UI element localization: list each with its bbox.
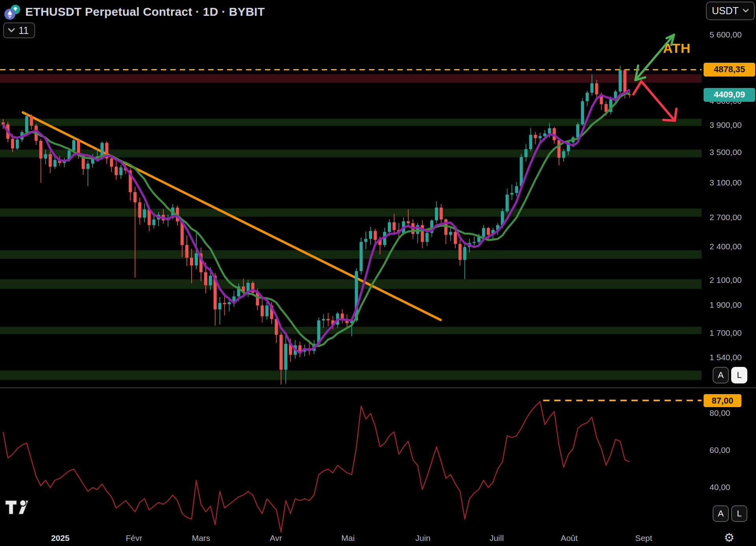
candle-body xyxy=(11,139,14,148)
candle-body xyxy=(44,154,47,159)
last-price-badge: 4409,09 xyxy=(704,88,755,102)
indicator-axis-tick: 60,00 xyxy=(709,445,730,455)
candle-body xyxy=(388,222,391,232)
price-zone-band xyxy=(0,370,702,380)
candle-body xyxy=(265,305,268,316)
candle-body xyxy=(623,70,626,94)
price-axis-tick: 3 900,00 xyxy=(709,120,742,130)
candle-body xyxy=(359,242,363,271)
time-axis-label: Avr xyxy=(270,533,282,543)
ath-annotation-label: ATH xyxy=(663,41,691,56)
candle-body xyxy=(364,239,367,242)
candle-body xyxy=(25,116,28,132)
price-axis-tick: 2 100,00 xyxy=(709,275,742,285)
price-zone-band xyxy=(0,279,702,289)
candle-body xyxy=(86,164,89,169)
candle-body xyxy=(341,314,344,319)
candle-body xyxy=(228,302,231,304)
symbol-title: ETHUSDT Perpetual Contract · 1D · BYBIT xyxy=(25,5,265,19)
price-zone-band xyxy=(0,209,702,217)
time-axis-label: Juill xyxy=(490,533,504,543)
candle-body xyxy=(618,70,622,92)
ath-price-badge: 4878,35 xyxy=(704,63,755,77)
candle-body xyxy=(581,101,584,125)
candle-body xyxy=(458,244,462,260)
indicator-pane-log-scale-button[interactable]: L xyxy=(731,505,747,522)
time-axis-label: 2025 xyxy=(51,533,70,543)
candle-body xyxy=(195,253,198,266)
time-axis-label: Mai xyxy=(341,533,355,543)
symbol-header: ETHUSDT Perpetual Contract · 1D · BYBIT xyxy=(3,3,265,21)
chevron-down-icon xyxy=(8,28,15,33)
chevron-down-icon xyxy=(743,9,749,13)
price-axis-tick: 5 600,00 xyxy=(709,30,742,39)
candle-body xyxy=(548,128,551,133)
candle-body xyxy=(534,135,537,138)
time-axis-label: Août xyxy=(560,533,577,543)
indicator-axis-tick: 80,00 xyxy=(709,408,730,418)
candle-body xyxy=(393,222,396,230)
gear-icon: ⚙ xyxy=(724,531,735,544)
candle-body xyxy=(204,272,207,285)
candle-body xyxy=(407,221,410,223)
candle-body xyxy=(284,344,287,369)
candle-body xyxy=(557,140,560,158)
main-pane-auto-scale-button[interactable]: A xyxy=(713,367,729,383)
time-axis-label: Févr xyxy=(126,533,142,543)
candle-body xyxy=(279,335,283,370)
candle-body xyxy=(209,276,212,285)
price-axis-tick: 2 400,00 xyxy=(709,242,742,251)
candle-body xyxy=(538,136,542,138)
candle-body xyxy=(374,231,377,240)
candle-body xyxy=(515,186,518,193)
candle-body xyxy=(185,245,188,258)
indicator-pane-auto-scale-button[interactable]: A xyxy=(713,505,729,522)
candle-body xyxy=(322,319,325,321)
price-zone-band xyxy=(0,327,702,334)
currency-label: USDT xyxy=(712,5,739,17)
tradingview-logo-icon xyxy=(4,499,30,516)
candle-body xyxy=(39,141,43,159)
tradingview-logo[interactable] xyxy=(4,499,30,518)
candle-body xyxy=(586,93,589,101)
ethusdt-pair-icon xyxy=(3,3,21,21)
candle-body xyxy=(119,167,123,175)
candle-body xyxy=(134,192,137,202)
price-axis-tick: 1 900,00 xyxy=(709,300,742,310)
candle-body xyxy=(482,228,485,237)
red-down-arrow-drawing[interactable] xyxy=(633,81,675,121)
pane-separator[interactable] xyxy=(0,387,756,388)
candle-body xyxy=(506,194,509,211)
indicator-axis-tick: 40,00 xyxy=(709,482,730,492)
candle-body xyxy=(30,116,33,126)
candle-body xyxy=(223,303,226,304)
main-pane-log-scale-button[interactable]: L xyxy=(731,367,747,383)
candle-body xyxy=(487,228,490,235)
candle-body xyxy=(16,140,19,149)
candle-body xyxy=(435,208,438,220)
candle-body xyxy=(101,143,104,156)
timezone-settings-button[interactable]: ⚙ xyxy=(721,529,738,545)
candle-body xyxy=(524,149,527,157)
price-axis-tick: 1 700,00 xyxy=(709,328,742,338)
candle-body xyxy=(138,202,142,218)
candle-body xyxy=(576,124,579,137)
candle-body xyxy=(72,140,75,150)
price-axis-tick: 3 100,00 xyxy=(709,178,742,187)
ma-slow-line xyxy=(3,93,629,346)
candle-body xyxy=(110,159,113,167)
ma-fast-line xyxy=(3,90,629,353)
candle-body xyxy=(562,151,565,157)
currency-selector[interactable]: USDT xyxy=(706,2,755,20)
candle-body xyxy=(49,154,52,167)
candle-body xyxy=(115,166,118,175)
price-chart-svg[interactable] xyxy=(0,0,756,546)
indicator-count-chip[interactable]: 11 xyxy=(3,22,35,38)
candle-body xyxy=(261,305,264,316)
time-axis-label: Sept xyxy=(635,533,652,543)
candle-body xyxy=(463,247,466,260)
indicator-line xyxy=(3,402,629,532)
time-axis-label: Mars xyxy=(192,533,210,543)
candle-body xyxy=(590,83,594,93)
time-axis-label: Juin xyxy=(415,533,431,543)
